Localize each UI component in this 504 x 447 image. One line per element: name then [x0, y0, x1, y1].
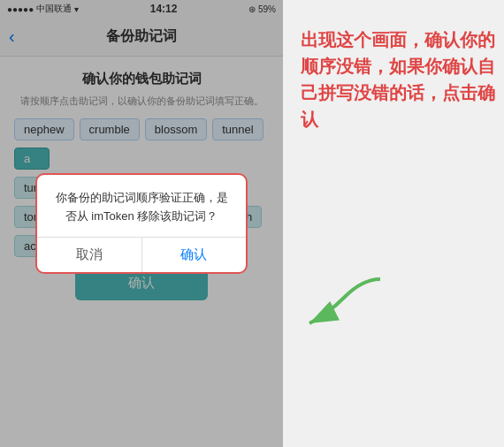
dialog-confirm-button[interactable]: 确认	[142, 238, 247, 272]
dialog-actions: 取消 确认	[37, 237, 246, 272]
dialog-box: 你备份的助记词顺序验证正确，是否从 imToken 移除该助记词？ 取消 确认	[35, 173, 248, 274]
dialog-cancel-button[interactable]: 取消	[37, 238, 142, 272]
dialog-overlay: 你备份的助记词顺序验证正确，是否从 imToken 移除该助记词？ 取消 确认	[0, 0, 283, 447]
annotation-area: 出现这个画面，确认你的顺序没错，如果你确认自己拼写没错的话，点击确认	[283, 0, 504, 447]
arrow-icon	[292, 270, 398, 341]
dialog-body: 你备份的助记词顺序验证正确，是否从 imToken 移除该助记词？	[37, 175, 246, 237]
annotation-text: 出现这个画面，确认你的顺序没错，如果你确认自己拼写没错的话，点击确认	[301, 27, 495, 133]
phone-screen: ●●●●● 中国联通 ▾ 14:12 ⊛ 59% ‹ 备份助记词 确认你的钱包助…	[0, 0, 283, 447]
